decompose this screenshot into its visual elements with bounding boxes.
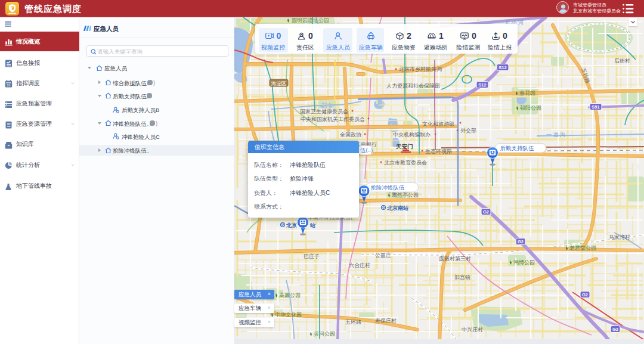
svg-text:文化和旅游部: 文化和旅游部 (422, 121, 454, 127)
svg-text:寿保庄村: 寿保庄村 (375, 318, 397, 324)
svg-text:G2: G2 (612, 327, 618, 332)
svg-text:后街村: 后街村 (614, 58, 630, 64)
svg-text:北京市乡村振兴局: 北京市乡村振兴局 (399, 66, 442, 72)
svg-text:马家湾村: 马家湾村 (609, 234, 630, 240)
svg-text:中华文化园: 中华文化园 (275, 312, 302, 318)
svg-text:外交部: 外交部 (460, 128, 476, 134)
svg-text:国家卫生健康委员会: 国家卫生健康委员会 (300, 109, 348, 114)
svg-text:北京: 北京 (286, 222, 297, 228)
svg-text:旧宫镇: 旧宫镇 (454, 274, 470, 280)
svg-text:全国政协: 全国政协 (340, 132, 362, 138)
svg-text:天安门: 天安门 (395, 143, 413, 150)
svg-text:中央和国家机关工作委员会: 中央和国家机关工作委员会 (301, 116, 365, 122)
svg-text:G2: G2 (582, 292, 588, 297)
svg-text:G2: G2 (518, 239, 524, 244)
svg-text:春花园: 春花园 (519, 90, 535, 96)
svg-text:庞殿村第三村: 庞殿村第三村 (439, 256, 471, 262)
svg-text:生态环境部: 生态环境部 (425, 148, 452, 154)
svg-text:S12: S12 (499, 65, 506, 70)
svg-text:人力资源和社会保障部: 人力资源和社会保障部 (386, 83, 440, 89)
svg-text:圆明园遗址公园: 圆明园遗址公园 (292, 17, 329, 23)
svg-text:站: 站 (309, 222, 315, 228)
svg-text:公益庄: 公益庄 (375, 252, 391, 258)
svg-text:G2: G2 (483, 209, 489, 215)
svg-text:巴庄子: 巴庄子 (304, 253, 320, 259)
svg-text:海淀区: 海淀区 (271, 80, 287, 86)
svg-text:北京南站: 北京南站 (386, 205, 408, 211)
svg-text:老君堂公园: 老君堂公园 (569, 245, 596, 251)
svg-text:中央机构编制办: 中央机构编制办 (393, 132, 431, 138)
svg-text:滨河公园: 滨河公园 (314, 331, 335, 337)
svg-text:五环路: 五环路 (345, 319, 361, 325)
svg-text:陶然亭公园: 陶然亭公园 (392, 192, 419, 198)
svg-text:高鑫公园: 高鑫公园 (279, 292, 301, 298)
svg-text:S51: S51 (592, 104, 599, 110)
svg-text:鸿博公园: 鸿博公园 (513, 259, 535, 265)
svg-text:一 道 沟: 一 道 沟 (546, 132, 565, 138)
svg-text:16: 16 (7, 83, 10, 87)
svg-text:伍(..): 伍(..) (360, 147, 373, 153)
svg-text:抢险冲锋队伍: 抢险冲锋队伍 (371, 184, 405, 191)
svg-text:朝阳公园: 朝阳公园 (520, 105, 541, 111)
svg-text:中兴庄村: 中兴庄村 (462, 327, 483, 333)
svg-text:北京市教育委员会: 北京市教育委员会 (384, 160, 427, 166)
svg-text:后勤支持队伍: 后勤支持队伍 (500, 145, 535, 151)
svg-text:六合庄村: 六合庄村 (349, 262, 370, 268)
svg-text:S12: S12 (478, 82, 486, 88)
